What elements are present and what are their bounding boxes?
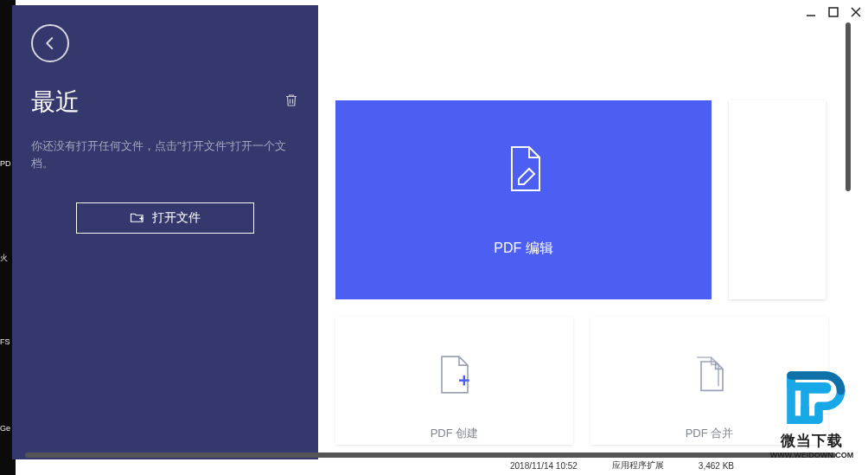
maximize-button[interactable]: [827, 5, 840, 19]
open-file-button[interactable]: 打开文件: [76, 202, 254, 234]
close-button[interactable]: [849, 5, 863, 19]
sidebar: 最近 你还没有打开任何文件，点击"打开文件"打开一个文档。 打开文件: [12, 5, 318, 459]
clear-recent-button[interactable]: [284, 92, 299, 112]
app-window: 最近 你还没有打开任何文件，点击"打开文件"打开一个文档。 打开文件: [12, 5, 855, 459]
desktop-label: PD: [0, 159, 11, 168]
file-date: 2018/11/14 10:52: [510, 461, 578, 471]
pdf-merge-label: PDF 合并: [686, 426, 734, 441]
file-size: 3,462 KB: [699, 461, 734, 471]
pdf-merge-tile[interactable]: PDF 合并: [590, 317, 828, 445]
desktop-label: 火: [0, 253, 8, 264]
horizontal-scrollbar-thumb[interactable]: [25, 453, 836, 458]
recent-empty-text: 你还没有打开任何文件，点击"打开文件"打开一个文档。: [31, 138, 299, 172]
open-file-label: 打开文件: [152, 210, 201, 226]
pdf-edit-label: PDF 编辑: [494, 240, 552, 258]
side-tile[interactable]: [729, 100, 826, 299]
explorer-row: 2018/11/14 10:52 应用程序扩展 3,462 KB: [78, 458, 734, 473]
vertical-scrollbar-thumb[interactable]: [846, 22, 851, 191]
edit-document-icon: [498, 143, 550, 198]
pdf-edit-tile[interactable]: PDF 编辑: [335, 100, 712, 299]
file-type: 应用程序扩展: [612, 459, 664, 472]
desktop-label: Ge: [0, 424, 10, 433]
title-bar: [804, 5, 863, 19]
merge-documents-icon: [688, 353, 731, 426]
desktop-label: FS: [0, 337, 10, 346]
pdf-create-tile[interactable]: PDF 创建: [335, 317, 573, 445]
back-button[interactable]: [31, 24, 69, 62]
create-document-icon: [433, 353, 476, 426]
pdf-create-label: PDF 创建: [431, 426, 479, 441]
recent-title: 最近: [31, 86, 80, 119]
main-area: PDF 编辑 PDF 创建: [318, 5, 855, 459]
minimize-button[interactable]: [804, 5, 818, 19]
svg-rect-1: [829, 8, 838, 16]
folder-open-icon: [130, 210, 145, 227]
vertical-scrollbar-track: [846, 5, 851, 442]
